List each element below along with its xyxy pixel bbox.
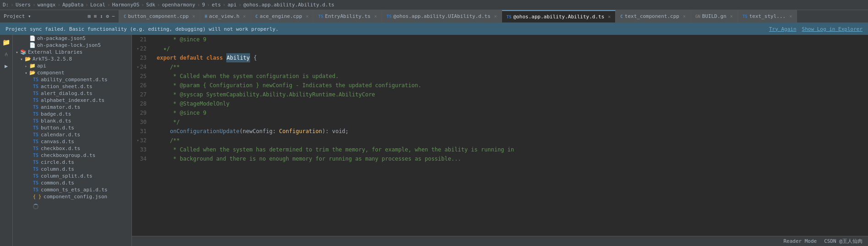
project-label: Project ▾ (4, 13, 31, 19)
code-token: Configuration (279, 127, 322, 136)
reader-mode-label[interactable]: Reader Mode (783, 238, 817, 244)
tab-close-icon[interactable]: × (789, 14, 792, 19)
notification-message: Project sync failed. Basic functionality… (5, 26, 278, 32)
tree-item-ability-component[interactable]: TS ability_component.d.ts (13, 76, 131, 83)
tree-label: checkboxgroup.d.ts (41, 152, 95, 158)
fold-indicator[interactable]: ▾ (134, 136, 139, 145)
json-file-icon: { } (33, 194, 41, 199)
ts-file-icon: TS (33, 98, 38, 103)
h-icon: H (205, 14, 207, 19)
tree-item-alphabet-indexer[interactable]: TS alphabet_indexer.d.ts (13, 97, 131, 104)
tree-label: checkbox.d.ts (41, 145, 80, 151)
tree-label: component (37, 70, 65, 76)
ts-icon: TS (507, 15, 512, 19)
json-file-icon: 📄 (29, 42, 36, 48)
tree-item-badge[interactable]: TS badge.d.ts (13, 111, 131, 117)
tree-item-checkboxgroup[interactable]: TS checkboxgroup.d.ts (13, 152, 131, 159)
code-token: * @syscap SystemCapability.Ability.Abili… (157, 90, 375, 99)
tree-label: common.d.ts (41, 180, 74, 186)
ts-file-icon: TS (33, 160, 38, 165)
tab-ace-engine[interactable]: C ace_engine.cpp × (251, 10, 314, 22)
project-sidebar-icon[interactable]: 📁 (1, 37, 12, 48)
tree-item-button[interactable]: TS button.d.ts (13, 124, 131, 131)
tab-ohos-ui-ability[interactable]: TS @ohos.app.ability.UIAbility.d.ts × (382, 10, 502, 22)
spinner-icon (33, 204, 38, 209)
tree-item-checkbox[interactable]: TS checkbox.d.ts (13, 145, 131, 152)
fold-indicator[interactable]: ▾ (134, 62, 139, 72)
arrow-icon: ▸ (24, 64, 28, 68)
tab-text-component[interactable]: C text_component.cpp × (616, 10, 691, 22)
tree-label: action_sheet.d.ts (41, 84, 93, 89)
ts-file-icon: TS (33, 173, 38, 179)
tree-item-oh-package-json5[interactable]: 📄 oh-package.json5 (13, 35, 131, 42)
gn-icon: GN (695, 14, 700, 19)
code-token: * @StageModelOnly (157, 99, 229, 108)
tree-item-action-sheet[interactable]: TS action_sheet.d.ts (13, 83, 131, 90)
notification-bar: Project sync failed. Basic functionality… (0, 23, 868, 35)
tree-item-canvas[interactable]: TS canvas.d.ts (13, 138, 131, 145)
main-layout: 📁 ⑃ ▶ 📄 oh-package.json5 📄 oh-package-lo… (0, 35, 868, 246)
cpp-icon: C (620, 14, 622, 19)
tab-close-icon[interactable]: × (494, 14, 497, 19)
tab-build-gn[interactable]: GN BUILD.gn × (691, 10, 738, 22)
tree-item-blank[interactable]: TS blank.d.ts (13, 117, 131, 124)
tab-close-icon[interactable]: × (306, 14, 309, 19)
tree-item-common[interactable]: TS common.d.ts (13, 179, 131, 186)
code-line-26: * @param { Configuration } newConfig - I… (155, 81, 868, 90)
code-token: newConfig (243, 127, 273, 136)
code-line-24: /** (155, 62, 868, 72)
cpp-icon: C (124, 14, 126, 19)
code-view[interactable]: 21 ▾22 23 ▾24 25 26 27 28 29 30 31 ▾32 3… (132, 35, 868, 236)
tree-item-animator[interactable]: TS animator.d.ts (13, 104, 131, 111)
code-token: ( (240, 127, 243, 136)
code-token: onConfigurationUpdate (170, 127, 240, 136)
tab-close-icon[interactable]: × (683, 14, 686, 19)
tab-ohos-ability[interactable]: TS @ohos.app.ability.Ability.d.ts × (502, 10, 616, 22)
fold-indicator[interactable]: ▾ (134, 44, 139, 53)
file-tree: 📄 oh-package.json5 📄 oh-package-lock.jso… (13, 35, 132, 246)
tree-label: column_split.d.ts (41, 173, 93, 179)
tab-button-component[interactable]: C button_component.cpp × (119, 10, 200, 22)
tab-close-icon[interactable]: × (243, 14, 246, 19)
tree-item-external-libraries[interactable]: ▾ 📚 External Libraries (13, 49, 131, 56)
tree-item-calendar[interactable]: TS calendar.d.ts (13, 131, 131, 138)
ts-file-icon: TS (33, 84, 38, 89)
tree-label: animator.d.ts (41, 104, 80, 110)
tab-label: EntryAbility.ts (325, 13, 371, 19)
arrow-icon: ▾ (19, 57, 24, 62)
loading-indicator (13, 200, 131, 213)
tree-item-oh-package-lock-json5[interactable]: 📄 oh-package-lock.json5 (13, 42, 131, 49)
tree-item-column-split[interactable]: TS column_split.d.ts (13, 173, 131, 179)
try-again-link[interactable]: Try Again (769, 26, 797, 32)
code-line-21: * @since 9 (155, 35, 868, 44)
code-content[interactable]: * @since 9 ✦/ export default class Abili… (155, 35, 868, 236)
tab-label: button_component.cpp (128, 13, 188, 19)
json-file-icon: 📄 (29, 35, 36, 41)
commit-sidebar-icon[interactable]: ⑃ (1, 49, 12, 60)
show-log-link[interactable]: Show Log in Explorer (802, 26, 863, 32)
tree-item-component-config[interactable]: { } component_config.json (13, 193, 131, 200)
tab-close-icon[interactable]: × (374, 14, 377, 19)
tree-item-column[interactable]: TS column.d.ts (13, 166, 131, 173)
folder-open-icon: 📂 (29, 70, 36, 76)
tab-ace-view[interactable]: H ace_view.h × (200, 10, 251, 22)
tree-item-arkts[interactable]: ▾ 📂 ArkTS-3.2.5.8 (13, 56, 131, 62)
tab-entry-ability[interactable]: TS EntryAbility.ts × (314, 10, 382, 22)
run-sidebar-icon[interactable]: ▶ (1, 61, 12, 72)
tree-item-api[interactable]: ▸ 📁 api (13, 62, 131, 69)
editor-area: 21 ▾22 23 ▾24 25 26 27 28 29 30 31 ▾32 3… (132, 35, 868, 246)
tree-item-common-ts-ets-api[interactable]: TS common_ts_ets_api.d.ts (13, 186, 131, 193)
tab-close-icon[interactable]: × (608, 14, 611, 19)
code-token: default (180, 53, 207, 62)
tab-text-style[interactable]: TS text_styl... × (738, 10, 797, 22)
tab-close-icon[interactable]: × (730, 14, 733, 19)
arrow-icon: ▾ (24, 71, 28, 75)
tree-label: api (37, 63, 46, 69)
code-line-23: export default class Ability { (155, 53, 868, 62)
tree-item-component[interactable]: ▾ 📂 component (13, 69, 131, 76)
tree-item-alert-dialog[interactable]: TS alert_dialog.d.ts (13, 90, 131, 97)
tree-item-circle[interactable]: TS circle.d.ts (13, 159, 131, 166)
tab-close-icon[interactable]: × (192, 14, 195, 19)
code-token: ✦/ (157, 44, 170, 53)
code-token: * Called when the system configuration i… (157, 72, 338, 81)
